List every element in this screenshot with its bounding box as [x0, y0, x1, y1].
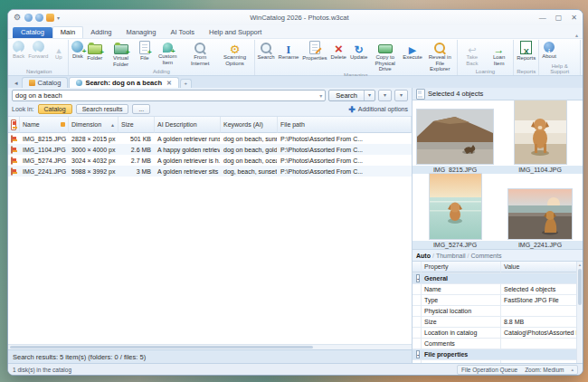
property-row-type[interactable]: Type FastStone JPG File	[413, 295, 583, 306]
doc-tab-catalog[interactable]: Catalog	[22, 77, 69, 88]
collapse-icon[interactable]: -	[416, 274, 420, 282]
property-row-comments[interactable]: Comments	[413, 339, 583, 349]
tab-scroll-left-icon[interactable]: ◂	[12, 80, 21, 88]
forward-button[interactable]: Forward	[26, 40, 50, 60]
vertical-scrollbar[interactable]: ▲	[576, 262, 583, 363]
folder-button[interactable]: Folder	[85, 40, 104, 62]
tab-adding[interactable]: Adding	[83, 27, 119, 38]
cell-keywords[interactable]: dog on beach, ocean water, sunset, golde…	[221, 155, 278, 166]
property-column-header[interactable]: Property	[422, 262, 501, 272]
execute-button[interactable]: Execute	[401, 40, 424, 61]
copy-to-physical-drive-button[interactable]: Copy to Physical Drive	[369, 40, 401, 72]
cell-size[interactable]: 2.7 MB	[119, 155, 155, 166]
column-header-keywords[interactable]: Keywords (AI)	[221, 117, 278, 133]
cell-keywords[interactable]: dog, beach, sunset, golden retriever, sa…	[221, 166, 278, 177]
scrollbar-thumb[interactable]	[578, 269, 582, 305]
search-button-ribbon[interactable]: Search	[256, 40, 277, 61]
cell-dimension[interactable]: 3024 × 4032 px	[69, 155, 119, 166]
look-in-more-button[interactable]: ...	[132, 104, 150, 114]
column-header-ai-description[interactable]: AI Description	[155, 117, 221, 133]
catalog-file-button[interactable]: Catalog	[13, 27, 52, 38]
tab-auto[interactable]: Auto	[416, 253, 431, 259]
property-row-physical-location[interactable]: Physical location	[413, 306, 583, 317]
thumbnail-img-8215[interactable]: IMG_8215.JPG	[413, 100, 498, 174]
property-row-filename[interactable]: Filename Values are different for vario.…	[413, 360, 583, 363]
tab-thumbnail[interactable]: Thumbnail	[436, 253, 466, 259]
additional-options-button[interactable]: ✚ Additional options	[348, 105, 408, 114]
cell-size[interactable]: 501 KB	[119, 133, 155, 144]
property-group-file-properties[interactable]: - File properties	[413, 349, 583, 360]
cell-keywords[interactable]: dog on beach, golden retriever, ocean wa…	[221, 144, 278, 155]
property-group-general[interactable]: - General	[413, 273, 583, 284]
doc-tab-search[interactable]: Search: dog on a beach ✕	[69, 77, 178, 88]
cell-file-path[interactable]: P:\Photos\Assorted From C...	[278, 166, 412, 177]
search-button-dropdown-icon[interactable]: ▾	[364, 91, 375, 100]
value-column-header[interactable]: Value	[501, 262, 583, 272]
tab-ai-tools[interactable]: AI Tools	[163, 27, 202, 38]
up-button[interactable]: Up	[50, 40, 67, 61]
property-row-name[interactable]: Name Selected 4 objects	[413, 284, 583, 295]
cell-size[interactable]: 2.6 MB	[119, 144, 155, 155]
horizontal-scrollbar[interactable]	[8, 344, 412, 349]
loan-item-button[interactable]: Loan Item	[486, 40, 512, 66]
redo-icon[interactable]	[35, 14, 43, 22]
properties-button[interactable]: Properties	[300, 40, 328, 62]
about-button[interactable]: About	[540, 40, 558, 60]
column-header-size[interactable]: Size	[119, 117, 155, 133]
cell-dimension[interactable]: 2828 × 2015 px	[69, 133, 119, 144]
cell-size[interactable]: 3 MB	[119, 166, 155, 177]
thumbnail-img-5274[interactable]: IMG_5274.JPG	[413, 174, 498, 249]
take-back-button[interactable]: Take Back	[459, 40, 486, 66]
column-header-file-path[interactable]: File path	[278, 117, 412, 133]
property-row-location-in-catalog[interactable]: Location in catalog Catalog\Photos\Assor…	[413, 328, 583, 339]
reveal-in-file-explorer-button[interactable]: Reveal in File Explorer	[424, 40, 456, 72]
back-button[interactable]: Back	[11, 40, 26, 60]
scanning-options-button[interactable]: Scanning Options	[217, 40, 253, 66]
search-option-button-1[interactable]: ▾	[378, 90, 392, 101]
cell-name[interactable]: IMG_8215.JPG	[20, 133, 69, 144]
delete-button[interactable]: Delete	[329, 40, 348, 61]
column-header-name[interactable]: Name	[20, 117, 69, 133]
ribbon-collapse-icon[interactable]: ▴	[575, 32, 578, 38]
scroll-up-icon[interactable]: ▲	[577, 262, 583, 268]
maximize-button[interactable]: ▢	[555, 14, 563, 22]
cell-ai-description[interactable]: A golden retriever is h...	[155, 155, 221, 166]
tab-managing[interactable]: Managing	[119, 27, 163, 38]
search-input-box[interactable]: ▾	[12, 90, 326, 101]
cell-name[interactable]: IMG_2241.JPG	[20, 166, 69, 177]
cell-file-path[interactable]: P:\Photos\Assorted From C...	[278, 133, 412, 144]
minimize-button[interactable]: —	[539, 14, 546, 22]
cell-ai-description[interactable]: A golden retriever runs...	[155, 133, 221, 144]
zoom-level-control[interactable]: Zoom: Medium	[525, 367, 564, 373]
custom-item-button[interactable]: Custom Item	[152, 40, 184, 65]
file-operation-queue-button[interactable]: File Operation Queue	[461, 367, 517, 373]
search-history-dropdown-icon[interactable]: ▾	[319, 92, 322, 99]
search-option-button-2[interactable]: ▾	[394, 90, 408, 101]
cell-file-path[interactable]: P:\Photos\Assorted From C...	[278, 144, 412, 155]
cell-keywords[interactable]: dog on beach, sunrise landscape, water r…	[221, 133, 278, 144]
save-icon[interactable]	[46, 14, 54, 22]
cell-ai-description[interactable]: A golden retriever sits ...	[155, 166, 221, 177]
cell-dimension[interactable]: 3000 × 4000 px	[69, 144, 119, 155]
new-tab-button[interactable]: +	[180, 79, 192, 88]
from-internet-button[interactable]: From Internet	[184, 40, 217, 66]
tab-help-support[interactable]: Help and Support	[202, 27, 269, 38]
cell-name[interactable]: IMG_5274.JPG	[20, 155, 69, 166]
update-button[interactable]: Update	[348, 40, 369, 61]
close-tab-icon[interactable]: ✕	[166, 80, 172, 87]
rename-button[interactable]: Rename	[277, 40, 301, 61]
look-in-search-results-chip[interactable]: Search results	[76, 104, 129, 114]
disk-button[interactable]: Disk	[70, 40, 85, 60]
cell-dimension[interactable]: 5988 × 3992 px	[69, 166, 119, 177]
tab-main[interactable]: Main	[52, 26, 83, 38]
collapse-icon[interactable]: -	[416, 350, 420, 358]
look-in-catalog-chip[interactable]: Catalog	[38, 104, 72, 114]
property-row-size[interactable]: Size 8.8 MB	[413, 317, 583, 328]
tab-comments[interactable]: Comments	[471, 253, 502, 259]
reports-button[interactable]: Reports	[515, 40, 537, 62]
file-button[interactable]: File	[138, 40, 152, 62]
zoom-dropdown-icon[interactable]: ▴	[571, 367, 574, 372]
search-button[interactable]: Search ▾	[328, 90, 375, 101]
column-header-icon[interactable]	[8, 117, 20, 133]
close-button[interactable]: ✕	[571, 14, 577, 22]
